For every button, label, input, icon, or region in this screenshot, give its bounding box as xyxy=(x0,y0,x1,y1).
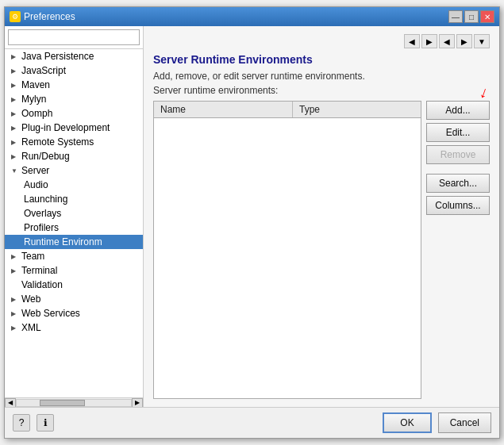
expand-arrow: ▶ xyxy=(11,96,19,103)
table-buttons-row: Name Type ↓ Add... Edit... Remove Search… xyxy=(153,101,490,399)
nav-back-btn[interactable]: ◀ xyxy=(404,34,420,48)
add-button[interactable]: Add... xyxy=(426,101,490,120)
tree-label: Oomph xyxy=(21,108,52,119)
expand-arrow: ▶ xyxy=(11,310,19,317)
tree-label: Web Services xyxy=(21,308,80,319)
title-controls: — □ ✕ xyxy=(448,10,494,23)
edit-button[interactable]: Edit... xyxy=(426,123,490,142)
tree-item-team[interactable]: ▶ Team xyxy=(5,249,143,263)
cancel-button[interactable]: Cancel xyxy=(438,412,491,433)
tree-item-plugin-dev[interactable]: ▶ Plug-in Development xyxy=(5,121,143,135)
table-body[interactable] xyxy=(154,118,421,398)
expand-arrow: ▼ xyxy=(11,167,19,175)
tree-area: ▶ Java Persistence ▶ JavaScript ▶ Maven … xyxy=(5,49,143,397)
expand-arrow: ▶ xyxy=(11,125,19,132)
expand-arrow: ▶ xyxy=(11,267,19,274)
expand-arrow: ▶ xyxy=(11,324,19,332)
tree-label: Audio xyxy=(24,179,48,190)
nav-fwd2-btn[interactable]: ▶ xyxy=(456,34,472,48)
tree-item-remote-systems[interactable]: ▶ Remote Systems xyxy=(5,135,143,149)
tree-item-web[interactable]: ▶ Web xyxy=(5,292,143,306)
title-bar-left: ⚙ Preferences xyxy=(10,11,75,22)
bottom-right: OK Cancel xyxy=(383,412,491,433)
tree-item-validation[interactable]: Validation xyxy=(5,278,143,292)
ok-button[interactable]: OK xyxy=(383,412,431,433)
tree-item-terminal[interactable]: ▶ Terminal xyxy=(5,263,143,278)
tree-label: Plug-in Development xyxy=(21,122,110,133)
window-title: Preferences xyxy=(24,11,75,22)
window-icon: ⚙ xyxy=(10,11,21,22)
tree-label: Java Persistence xyxy=(21,51,94,62)
expand-arrow: ▶ xyxy=(11,110,19,117)
expand-arrow: ▶ xyxy=(11,82,19,89)
tree-item-mylyn[interactable]: ▶ Mylyn xyxy=(5,92,143,106)
content-area: ▶ Java Persistence ▶ JavaScript ▶ Maven … xyxy=(5,26,499,407)
tree-label: Remote Systems xyxy=(21,136,94,148)
scroll-right-btn[interactable]: ▶ xyxy=(132,398,143,408)
filter-input[interactable] xyxy=(8,29,140,45)
panel-title: Server Runtime Environments xyxy=(153,53,490,66)
panel-sublabel: Server runtime environments: xyxy=(153,85,490,96)
expand-arrow: ▶ xyxy=(11,67,19,75)
tree-item-launching[interactable]: Launching xyxy=(5,192,143,206)
title-bar: ⚙ Preferences — □ ✕ xyxy=(5,7,499,26)
close-button[interactable]: ✕ xyxy=(480,10,494,23)
tree-label: Validation xyxy=(11,279,63,290)
expand-arrow: ▶ xyxy=(11,53,19,60)
nav-dropdown-btn[interactable]: ▼ xyxy=(474,34,490,48)
scroll-thumb[interactable] xyxy=(40,400,86,406)
tree-item-overlays[interactable]: Overlays xyxy=(5,206,143,221)
add-button-container: ↓ Add... xyxy=(426,101,490,123)
search-container xyxy=(5,26,143,49)
tree-label: XML xyxy=(21,322,41,333)
tree-label: Overlays xyxy=(24,208,61,219)
panel-description: Add, remove, or edit server runtime envi… xyxy=(153,71,490,82)
tree-item-run-debug[interactable]: ▶ Run/Debug xyxy=(5,149,143,163)
search-button[interactable]: Search... xyxy=(426,174,490,193)
tree-label: Maven xyxy=(21,79,50,90)
minimize-button[interactable]: — xyxy=(448,10,463,23)
col-type: Type xyxy=(293,102,421,117)
tree-label: Launching xyxy=(24,194,67,205)
tree-label: Server xyxy=(21,165,49,176)
tree-item-server[interactable]: ▼ Server xyxy=(5,163,143,178)
tree-item-profilers[interactable]: Profilers xyxy=(5,221,143,235)
bottom-left: ? ℹ xyxy=(13,414,54,432)
tree-label: Terminal xyxy=(21,265,57,276)
tree-item-oomph[interactable]: ▶ Oomph xyxy=(5,106,143,121)
horizontal-scrollbar[interactable]: ◀ ▶ xyxy=(5,397,143,407)
env-table: Name Type xyxy=(153,101,421,399)
info-icon[interactable]: ℹ xyxy=(37,414,54,432)
columns-button[interactable]: Columns... xyxy=(426,196,490,215)
tree-item-audio[interactable]: Audio xyxy=(5,178,143,192)
tree-item-maven[interactable]: ▶ Maven xyxy=(5,78,143,92)
tree-label: Runtime Environm xyxy=(24,236,102,247)
help-icon[interactable]: ? xyxy=(13,414,30,432)
tree-label: Run/Debug xyxy=(21,151,70,162)
nav-back2-btn[interactable]: ◀ xyxy=(439,34,455,48)
nav-fwd-btn[interactable]: ▶ xyxy=(421,34,437,48)
tree-item-xml[interactable]: ▶ XML xyxy=(5,320,143,335)
table-header: Name Type xyxy=(154,102,421,118)
right-panel: ◀ ▶ ◀ ▶ ▼ Server Runtime Environments Ad… xyxy=(144,26,499,407)
expand-arrow: ▶ xyxy=(11,153,19,160)
tree-item-runtime-env[interactable]: Runtime Environm xyxy=(5,235,143,249)
scroll-left-btn[interactable]: ◀ xyxy=(5,398,16,408)
expand-arrow: ▶ xyxy=(11,139,19,146)
expand-arrow: ▶ xyxy=(11,253,19,260)
bottom-bar: ? ℹ OK Cancel xyxy=(5,407,499,438)
col-name: Name xyxy=(154,102,293,117)
preferences-window: ⚙ Preferences — □ ✕ ▶ Java Persistence ▶… xyxy=(4,6,500,439)
maximize-button[interactable]: □ xyxy=(464,10,479,23)
tree-label: Web xyxy=(21,293,40,305)
tree-item-javascript[interactable]: ▶ JavaScript xyxy=(5,63,143,78)
tree-item-web-services[interactable]: ▶ Web Services xyxy=(5,306,143,320)
scroll-track[interactable] xyxy=(16,399,132,407)
tree-label: Mylyn xyxy=(21,94,46,105)
tree-label: Team xyxy=(21,251,44,262)
remove-button[interactable]: Remove xyxy=(426,145,490,164)
tree-item-java-persistence[interactable]: ▶ Java Persistence xyxy=(5,49,143,63)
left-panel: ▶ Java Persistence ▶ JavaScript ▶ Maven … xyxy=(5,26,144,407)
expand-arrow: ▶ xyxy=(11,296,19,303)
tree-label: Profilers xyxy=(24,222,59,233)
